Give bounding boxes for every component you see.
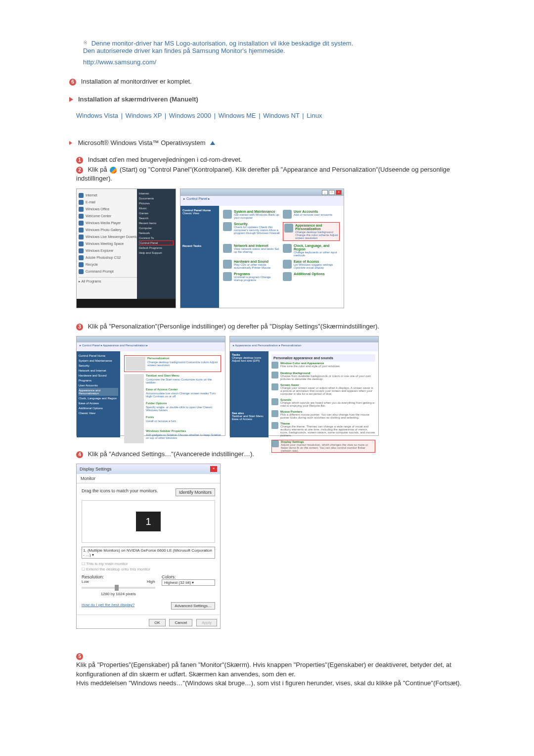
step-3-text: Klik på "Personalization"(Personlige ind… [88, 323, 379, 330]
screenshot-row-1: Internet E-mail Windows Office Welcome C… [76, 189, 465, 308]
install-complete-text: Installation af monitordriver er komplet… [81, 78, 192, 85]
cancel-button[interactable]: Cancel [169, 619, 192, 626]
driver-authorization-note: ※ Denne monitor-driver har MS Logo-autor… [83, 40, 465, 54]
dialog-title: Display Settings [80, 467, 112, 472]
install-complete-line: 6 Installation af monitordriver er kompl… [69, 78, 465, 86]
advanced-settings-button[interactable]: Advanced Settings… [171, 602, 215, 610]
screenshot-control-panel: _□× ▸ Control Panel ▸ Control Panel Home… [180, 189, 344, 308]
ok-button[interactable]: OK [149, 619, 166, 626]
step-5-text: Klik på "Properties"(Egenskaber) på fane… [76, 661, 461, 686]
scroll-top-icon[interactable] [210, 141, 215, 145]
link-windows-2000[interactable]: Windows 2000 [169, 112, 211, 119]
screenshot-start-menu: Internet E-mail Windows Office Welcome C… [76, 189, 176, 308]
asterisk-icon: ※ [83, 40, 88, 46]
help-link[interactable]: How do I get the best display? [82, 603, 134, 607]
note-line1: Denne monitor-driver har MS Logo-autoris… [91, 40, 354, 47]
tab-monitor[interactable]: Monitor [77, 474, 220, 483]
windows-start-icon [110, 167, 117, 174]
step-2: 2 Klik på (Start) og "Control Panel"(Kon… [76, 165, 465, 183]
colors-select[interactable]: Highest (32 bit) ▾ [162, 579, 215, 586]
main-monitor-checkbox: ☐ This is my main monitor [82, 562, 215, 566]
screenshot-row-3: Display Settings × Monitor Drag the icon… [76, 464, 465, 629]
link-linux[interactable]: Linux [307, 112, 322, 119]
step-1-text: Indsæt cd'en med brugervejledningen i cd… [88, 156, 242, 163]
step-2-text-b: (Start) og "Control Panel"(Kontrolpanel)… [76, 166, 450, 182]
extend-desktop-checkbox: ☐ Extend the desktop onto this monitor [82, 567, 215, 571]
link-windows-xp[interactable]: Windows XP [126, 112, 162, 119]
screenshot-appearance-category: ▸ Control Panel ▸ Appearance and Persona… [76, 336, 225, 436]
step-1: 1 Indsæt cd'en med brugervejledningen i … [76, 155, 465, 164]
step-badge-1: 1 [76, 157, 83, 164]
monitor-select[interactable]: 1. (Multiple Monitors) on NVIDIA GeForce… [82, 547, 215, 559]
samsung-url-link[interactable]: http://www.samsung.com/ [83, 58, 465, 66]
screenshot-personalization: ▸ Appearance and Personalization ▸ Perso… [229, 336, 379, 436]
step-badge-6: 6 [69, 79, 76, 86]
step-4-text: Klik på "Advanced Settings…"(Avancerede … [88, 450, 254, 458]
manual-install-header: Installation af skærmdriveren (Manuelt) [69, 95, 465, 103]
vista-section-header: Microsoft® Windows Vista™ Operativsystem [69, 139, 465, 146]
monitor-preview[interactable]: 1 [136, 512, 161, 531]
step-2-text-a: Klik på [88, 166, 109, 173]
step-badge-5: 5 [76, 653, 83, 660]
manual-install-title: Installation af skærmdriveren (Manuelt) [78, 95, 198, 103]
step-badge-3: 3 [76, 324, 83, 331]
screenshot-display-settings: Display Settings × Monitor Drag the icon… [76, 464, 221, 629]
link-windows-me[interactable]: Windows ME [219, 112, 256, 119]
step-4: 4 Klik på "Advanced Settings…"(Avancered… [76, 450, 465, 459]
step-badge-2: 2 [76, 167, 83, 174]
chevron-right-icon [69, 97, 73, 102]
identify-monitors-button[interactable]: Identify Monitors [176, 488, 215, 496]
resolution-value: 1280 by 1024 pixels [82, 592, 155, 596]
note-line2: Den autoriserede driver kan findes på Sa… [83, 47, 285, 54]
resolution-label: Resolution: [82, 574, 155, 579]
resolution-slider[interactable] [82, 587, 155, 589]
drag-instruction: Drag the icons to match your monitors. [82, 488, 158, 493]
step-5: 5 Klik på "Properties"(Egenskaber) på fa… [76, 643, 465, 688]
link-windows-nt[interactable]: Windows NT [263, 112, 299, 119]
link-windows-vista[interactable]: Windows Vista [76, 112, 118, 119]
screenshot-row-2: ▸ Control Panel ▸ Appearance and Persona… [76, 336, 465, 436]
chevron-right-icon [69, 141, 72, 145]
close-icon[interactable]: × [210, 466, 217, 472]
step-3: 3 Klik på "Personalization"(Personlige i… [76, 322, 465, 331]
step-badge-4: 4 [76, 451, 83, 458]
apply-button[interactable]: Apply [196, 619, 217, 626]
colors-label: Colors: [162, 574, 215, 579]
os-anchor-list: Windows Vista | Windows XP | Windows 200… [76, 112, 465, 119]
vista-os-title: Microsoft® Windows Vista™ Operativsystem [78, 139, 206, 146]
